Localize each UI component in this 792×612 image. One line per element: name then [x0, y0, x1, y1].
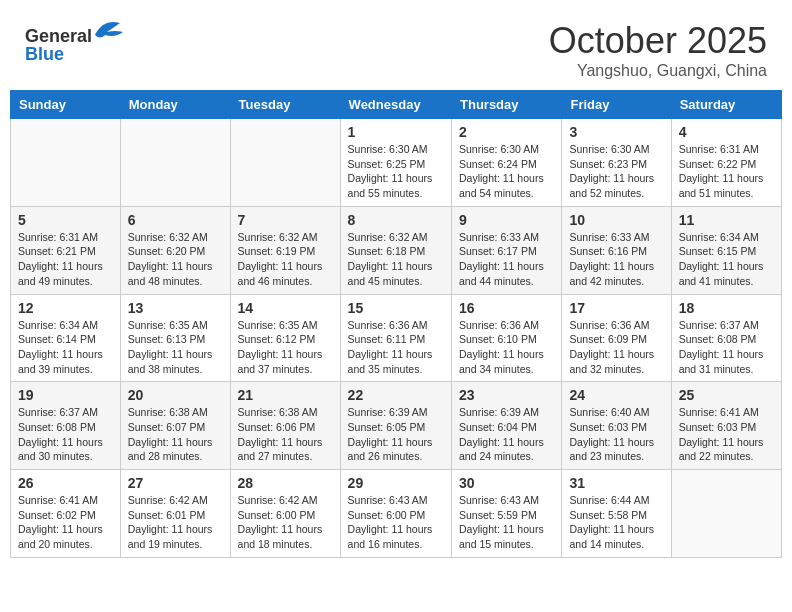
day-info: Sunrise: 6:42 AMSunset: 6:01 PMDaylight:…: [128, 493, 223, 552]
day-number: 24: [569, 387, 663, 403]
day-info: Sunrise: 6:39 AMSunset: 6:05 PMDaylight:…: [348, 405, 444, 464]
day-info: Sunrise: 6:37 AMSunset: 6:08 PMDaylight:…: [18, 405, 113, 464]
calendar-cell: 19Sunrise: 6:37 AMSunset: 6:08 PMDayligh…: [11, 382, 121, 470]
col-header-friday: Friday: [562, 91, 671, 119]
calendar-cell: 31Sunrise: 6:44 AMSunset: 5:58 PMDayligh…: [562, 470, 671, 558]
day-number: 25: [679, 387, 774, 403]
day-info: Sunrise: 6:30 AMSunset: 6:25 PMDaylight:…: [348, 142, 444, 201]
day-info: Sunrise: 6:32 AMSunset: 6:19 PMDaylight:…: [238, 230, 333, 289]
day-info: Sunrise: 6:37 AMSunset: 6:08 PMDaylight:…: [679, 318, 774, 377]
day-number: 2: [459, 124, 554, 140]
day-number: 15: [348, 300, 444, 316]
day-number: 30: [459, 475, 554, 491]
day-info: Sunrise: 6:30 AMSunset: 6:24 PMDaylight:…: [459, 142, 554, 201]
day-number: 5: [18, 212, 113, 228]
day-number: 7: [238, 212, 333, 228]
day-info: Sunrise: 6:31 AMSunset: 6:22 PMDaylight:…: [679, 142, 774, 201]
calendar-cell: 24Sunrise: 6:40 AMSunset: 6:03 PMDayligh…: [562, 382, 671, 470]
title-section: October 2025 Yangshuo, Guangxi, China: [549, 20, 767, 80]
calendar-cell: 3Sunrise: 6:30 AMSunset: 6:23 PMDaylight…: [562, 119, 671, 207]
day-number: 9: [459, 212, 554, 228]
calendar-cell: 16Sunrise: 6:36 AMSunset: 6:10 PMDayligh…: [452, 294, 562, 382]
calendar-table: SundayMondayTuesdayWednesdayThursdayFrid…: [10, 90, 782, 558]
day-number: 31: [569, 475, 663, 491]
day-number: 1: [348, 124, 444, 140]
calendar-cell: [120, 119, 230, 207]
calendar-week-row: 26Sunrise: 6:41 AMSunset: 6:02 PMDayligh…: [11, 470, 782, 558]
day-number: 27: [128, 475, 223, 491]
day-info: Sunrise: 6:35 AMSunset: 6:12 PMDaylight:…: [238, 318, 333, 377]
calendar-cell: 26Sunrise: 6:41 AMSunset: 6:02 PMDayligh…: [11, 470, 121, 558]
day-number: 29: [348, 475, 444, 491]
month-year-title: October 2025: [549, 20, 767, 62]
day-info: Sunrise: 6:43 AMSunset: 5:59 PMDaylight:…: [459, 493, 554, 552]
day-info: Sunrise: 6:34 AMSunset: 6:15 PMDaylight:…: [679, 230, 774, 289]
day-info: Sunrise: 6:41 AMSunset: 6:02 PMDaylight:…: [18, 493, 113, 552]
svg-text:General: General: [25, 26, 92, 46]
calendar-cell: 18Sunrise: 6:37 AMSunset: 6:08 PMDayligh…: [671, 294, 781, 382]
col-header-monday: Monday: [120, 91, 230, 119]
day-info: Sunrise: 6:43 AMSunset: 6:00 PMDaylight:…: [348, 493, 444, 552]
calendar-cell: 9Sunrise: 6:33 AMSunset: 6:17 PMDaylight…: [452, 206, 562, 294]
day-number: 3: [569, 124, 663, 140]
col-header-thursday: Thursday: [452, 91, 562, 119]
day-number: 6: [128, 212, 223, 228]
logo-icon: General Blue: [25, 20, 125, 65]
day-info: Sunrise: 6:30 AMSunset: 6:23 PMDaylight:…: [569, 142, 663, 201]
day-info: Sunrise: 6:36 AMSunset: 6:09 PMDaylight:…: [569, 318, 663, 377]
day-info: Sunrise: 6:38 AMSunset: 6:06 PMDaylight:…: [238, 405, 333, 464]
calendar-cell: 23Sunrise: 6:39 AMSunset: 6:04 PMDayligh…: [452, 382, 562, 470]
col-header-wednesday: Wednesday: [340, 91, 451, 119]
day-info: Sunrise: 6:34 AMSunset: 6:14 PMDaylight:…: [18, 318, 113, 377]
day-info: Sunrise: 6:44 AMSunset: 5:58 PMDaylight:…: [569, 493, 663, 552]
calendar-cell: 22Sunrise: 6:39 AMSunset: 6:05 PMDayligh…: [340, 382, 451, 470]
calendar-week-row: 12Sunrise: 6:34 AMSunset: 6:14 PMDayligh…: [11, 294, 782, 382]
calendar-cell: 20Sunrise: 6:38 AMSunset: 6:07 PMDayligh…: [120, 382, 230, 470]
calendar-cell: 30Sunrise: 6:43 AMSunset: 5:59 PMDayligh…: [452, 470, 562, 558]
day-number: 14: [238, 300, 333, 316]
day-number: 19: [18, 387, 113, 403]
calendar-cell: [11, 119, 121, 207]
day-number: 26: [18, 475, 113, 491]
day-info: Sunrise: 6:42 AMSunset: 6:00 PMDaylight:…: [238, 493, 333, 552]
calendar-header-row: SundayMondayTuesdayWednesdayThursdayFrid…: [11, 91, 782, 119]
day-info: Sunrise: 6:41 AMSunset: 6:03 PMDaylight:…: [679, 405, 774, 464]
day-number: 12: [18, 300, 113, 316]
calendar-cell: [230, 119, 340, 207]
calendar-cell: 8Sunrise: 6:32 AMSunset: 6:18 PMDaylight…: [340, 206, 451, 294]
calendar-cell: 7Sunrise: 6:32 AMSunset: 6:19 PMDaylight…: [230, 206, 340, 294]
day-number: 21: [238, 387, 333, 403]
calendar-cell: 6Sunrise: 6:32 AMSunset: 6:20 PMDaylight…: [120, 206, 230, 294]
calendar-week-row: 19Sunrise: 6:37 AMSunset: 6:08 PMDayligh…: [11, 382, 782, 470]
day-number: 11: [679, 212, 774, 228]
col-header-sunday: Sunday: [11, 91, 121, 119]
day-number: 18: [679, 300, 774, 316]
calendar-cell: 17Sunrise: 6:36 AMSunset: 6:09 PMDayligh…: [562, 294, 671, 382]
day-number: 20: [128, 387, 223, 403]
day-info: Sunrise: 6:38 AMSunset: 6:07 PMDaylight:…: [128, 405, 223, 464]
day-info: Sunrise: 6:32 AMSunset: 6:20 PMDaylight:…: [128, 230, 223, 289]
day-info: Sunrise: 6:33 AMSunset: 6:17 PMDaylight:…: [459, 230, 554, 289]
logo: General Blue: [25, 20, 125, 69]
day-info: Sunrise: 6:39 AMSunset: 6:04 PMDaylight:…: [459, 405, 554, 464]
calendar-week-row: 1Sunrise: 6:30 AMSunset: 6:25 PMDaylight…: [11, 119, 782, 207]
day-info: Sunrise: 6:36 AMSunset: 6:11 PMDaylight:…: [348, 318, 444, 377]
svg-text:Blue: Blue: [25, 44, 64, 64]
calendar-cell: 11Sunrise: 6:34 AMSunset: 6:15 PMDayligh…: [671, 206, 781, 294]
calendar-cell: 28Sunrise: 6:42 AMSunset: 6:00 PMDayligh…: [230, 470, 340, 558]
calendar-cell: 10Sunrise: 6:33 AMSunset: 6:16 PMDayligh…: [562, 206, 671, 294]
calendar-week-row: 5Sunrise: 6:31 AMSunset: 6:21 PMDaylight…: [11, 206, 782, 294]
calendar-cell: 12Sunrise: 6:34 AMSunset: 6:14 PMDayligh…: [11, 294, 121, 382]
calendar-cell: 29Sunrise: 6:43 AMSunset: 6:00 PMDayligh…: [340, 470, 451, 558]
calendar-cell: 21Sunrise: 6:38 AMSunset: 6:06 PMDayligh…: [230, 382, 340, 470]
calendar-cell: 2Sunrise: 6:30 AMSunset: 6:24 PMDaylight…: [452, 119, 562, 207]
day-number: 16: [459, 300, 554, 316]
calendar-cell: 27Sunrise: 6:42 AMSunset: 6:01 PMDayligh…: [120, 470, 230, 558]
day-number: 22: [348, 387, 444, 403]
header: General Blue October 2025 Yangshuo, Guan…: [10, 10, 782, 85]
day-number: 10: [569, 212, 663, 228]
day-number: 17: [569, 300, 663, 316]
day-info: Sunrise: 6:33 AMSunset: 6:16 PMDaylight:…: [569, 230, 663, 289]
calendar-cell: 15Sunrise: 6:36 AMSunset: 6:11 PMDayligh…: [340, 294, 451, 382]
calendar-cell: 5Sunrise: 6:31 AMSunset: 6:21 PMDaylight…: [11, 206, 121, 294]
